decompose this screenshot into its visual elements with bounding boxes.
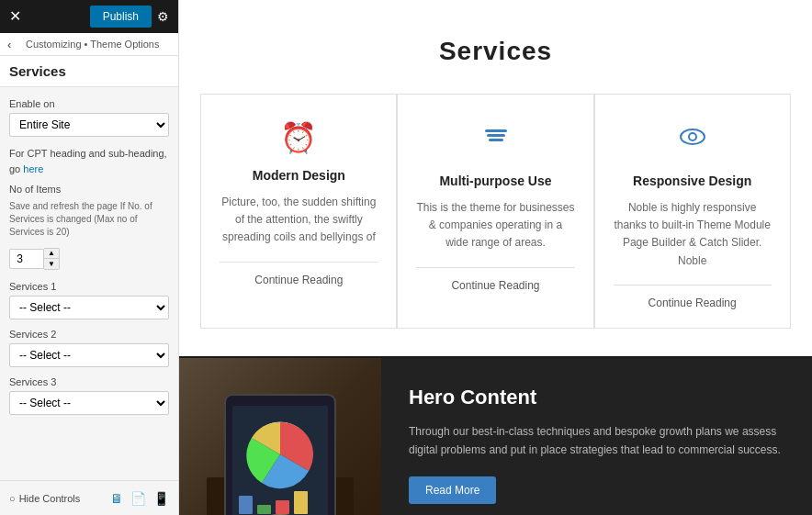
hero-title: Hero Content — [409, 386, 784, 409]
services-cards: ⏰ Modern Design Picture, too, the sudden… — [197, 94, 794, 329]
services-1-group: Services 1 -- Select -- — [9, 281, 169, 329]
settings-icon[interactable]: ⚙ — [157, 9, 169, 24]
no-items-label: No of Items — [9, 184, 169, 195]
service-card-2: Multi-purpose Use This is the theme for … — [397, 94, 593, 329]
services-1-select[interactable]: -- Select -- — [9, 296, 169, 319]
hero-content-text: Hero Content Through our best-in-class t… — [381, 358, 812, 515]
hero-desc: Through our best-in-class techniques and… — [409, 422, 784, 460]
services-2-group: Services 2 -- Select -- — [9, 329, 169, 376]
svg-rect-1 — [487, 134, 505, 137]
services-2-label: Services 2 — [9, 329, 169, 340]
breadcrumb-bar: ‹ Customizing • Theme Options — [0, 33, 178, 56]
service-1-desc: Picture, too, the sudden shifting of the… — [220, 194, 378, 247]
services-3-group: Services 3 -- Select -- — [9, 376, 169, 424]
bottom-bar: ○ Hide Controls 🖥 📄 📱 — [0, 480, 178, 515]
enable-on-select[interactable]: Entire Site — [9, 113, 169, 137]
svg-point-3 — [681, 129, 705, 144]
service-1-link[interactable]: Continue Reading — [220, 262, 378, 286]
services-1-label: Services 1 — [9, 281, 169, 292]
cpt-hint-link[interactable]: here — [23, 163, 43, 174]
read-more-button[interactable]: Read More — [409, 476, 496, 504]
hero-image — [179, 358, 381, 515]
service-card-3: Responsive Design Noble is highly respon… — [594, 94, 791, 329]
services-section: Services ⏰ Modern Design Picture, too, t… — [179, 0, 812, 356]
breadcrumb-back-button[interactable]: ‹ — [7, 38, 11, 51]
bottom-icons: 🖥 📄 📱 — [110, 491, 169, 506]
services-heading: Services — [197, 37, 794, 66]
service-1-name: Modern Design — [220, 168, 378, 183]
svg-rect-0 — [485, 129, 507, 132]
no-items-input[interactable] — [9, 249, 44, 269]
svg-rect-12 — [294, 491, 308, 514]
number-spinners: ▲ ▼ — [44, 248, 60, 270]
right-panel: Services ⏰ Modern Design Picture, too, t… — [179, 0, 812, 515]
svg-rect-10 — [257, 505, 271, 514]
services-3-select[interactable]: -- Select -- — [9, 391, 169, 415]
services-3-label: Services 3 — [9, 376, 169, 387]
svg-point-4 — [689, 133, 696, 140]
mobile-icon-button[interactable]: 📱 — [153, 491, 169, 506]
service-3-name: Responsive Design — [614, 174, 772, 188]
hide-controls-button[interactable]: ○ Hide Controls — [9, 493, 80, 504]
top-bar: ✕ Publish ⚙ — [0, 0, 178, 33]
service-3-icon — [614, 120, 772, 161]
desktop-icon-button[interactable]: 🖥 — [110, 491, 123, 506]
svg-rect-2 — [489, 139, 503, 141]
service-2-icon — [416, 120, 574, 161]
service-2-link[interactable]: Continue Reading — [416, 267, 574, 292]
enable-on-label: Enable on — [9, 98, 169, 109]
panel-title: Services — [0, 56, 178, 87]
number-input-wrap: ▲ ▼ — [9, 248, 169, 270]
spin-down-button[interactable]: ▼ — [44, 259, 59, 269]
save-hint: Save and refresh the page If No. of Serv… — [9, 200, 169, 239]
publish-button[interactable]: Publish — [90, 6, 152, 28]
spin-up-button[interactable]: ▲ — [44, 249, 59, 259]
cpt-hint: For CPT heading and sub-heading, go here — [9, 146, 169, 176]
hero-section: Hero Content Through our best-in-class t… — [179, 358, 812, 515]
service-2-name: Multi-purpose Use — [416, 174, 574, 188]
hero-image-placeholder — [179, 358, 381, 515]
tablet-icon-button[interactable]: 📄 — [130, 491, 146, 506]
breadcrumb-path: Customizing • Theme Options — [26, 39, 160, 50]
services-2-select[interactable]: -- Select -- — [9, 343, 169, 367]
svg-rect-11 — [276, 500, 289, 514]
hide-controls-circle-icon: ○ — [9, 493, 16, 504]
service-2-desc: This is the theme for businesses & compa… — [416, 199, 574, 252]
service-1-icon: ⏰ — [220, 120, 378, 155]
hide-controls-label: Hide Controls — [19, 493, 81, 504]
panel-content: Enable on Entire Site For CPT heading an… — [0, 87, 178, 480]
close-button[interactable]: ✕ — [9, 9, 21, 24]
tablet-illustration — [207, 367, 354, 515]
left-panel: ✕ Publish ⚙ ‹ Customizing • Theme Option… — [0, 0, 179, 515]
svg-rect-9 — [239, 496, 253, 514]
service-3-link[interactable]: Continue Reading — [614, 285, 772, 309]
service-card-1: ⏰ Modern Design Picture, too, the sudden… — [200, 94, 397, 329]
service-3-desc: Noble is highly responsive thanks to bui… — [614, 199, 772, 270]
